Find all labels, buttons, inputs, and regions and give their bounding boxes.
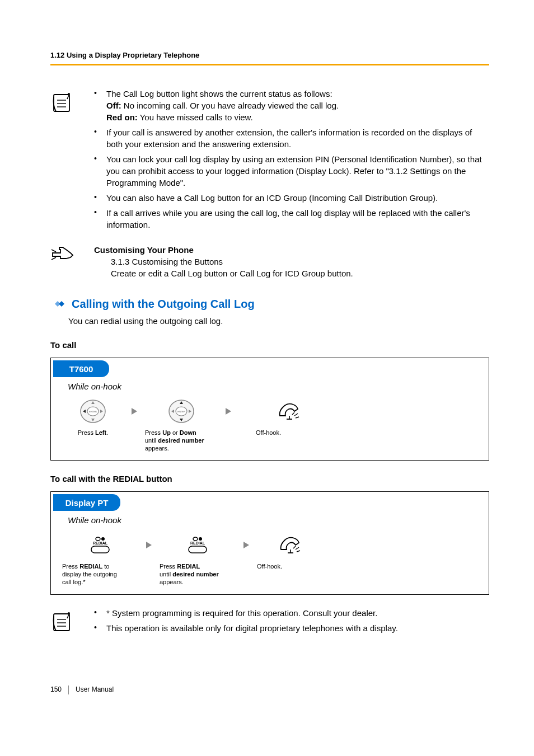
note-item: If a call arrives while you are using th… [90, 207, 489, 231]
step-text: display the outgoing [62, 571, 117, 577]
hook-state: While on-hook [51, 377, 489, 395]
step-text: Press [160, 563, 177, 570]
tab-t7600: T7600 [53, 360, 109, 377]
note-text: If a call arrives while you are using th… [106, 208, 470, 229]
step-text: appears. [160, 579, 184, 585]
step-text: . [106, 429, 108, 436]
note-label: Off: [106, 101, 121, 110]
hook-state: While on-hook [51, 511, 489, 528]
tab-display-pt: Display PT [53, 494, 120, 511]
customise-line: Create or edit a Call Log button or Call… [94, 267, 353, 279]
note-subtext: You have missed calls to view. [138, 112, 253, 122]
step-text-bold: REDIAL [79, 563, 102, 570]
svg-rect-21 [189, 546, 207, 553]
step-text: to [102, 563, 109, 570]
step-text: Off-hook. [256, 429, 323, 437]
nav-button-icon: ENTER [167, 397, 195, 426]
step-text: until [145, 437, 158, 444]
svg-text:ENTER: ENTER [177, 410, 185, 413]
step-text: Press [62, 563, 79, 570]
heading-intro: You can redial using the outgoing call l… [68, 315, 489, 327]
step-text-bold: desired number [158, 437, 204, 444]
step-text: Press [145, 429, 162, 436]
step-text-bold: REDIAL [177, 563, 200, 570]
note-text: The Call Log button light shows the curr… [106, 89, 332, 98]
arrow-icon [222, 397, 235, 426]
notes-block: The Call Log button light shows the curr… [50, 88, 489, 234]
procedure-box-2: Display PT While on-hook REDIAL Press RE… [50, 491, 489, 594]
notepad-icon [50, 89, 90, 116]
svg-point-4 [68, 93, 70, 95]
note-text: You can lock your call log display by us… [106, 154, 482, 187]
footnote-text: * System programming is required for thi… [106, 608, 377, 618]
svg-text:REDIAL: REDIAL [93, 541, 108, 545]
step-text: until [160, 571, 172, 577]
offhook-handset-icon [275, 397, 303, 426]
offhook-handset-icon [277, 530, 305, 560]
section-header: 1.12 Using a Display Proprietary Telepho… [50, 50, 489, 65]
svg-rect-22 [54, 614, 69, 631]
footnotes-block: * System programming is required for thi… [50, 607, 489, 637]
step-text-bold: desired number [172, 571, 219, 577]
svg-rect-0 [54, 95, 69, 111]
footnote-item: This operation is available only for dig… [90, 622, 489, 634]
arrow-icon [240, 530, 252, 560]
note-item: You can also have a Call Log button for … [90, 192, 489, 204]
step-text-bold: Left [95, 429, 106, 436]
page-footer: 150 User Manual [50, 685, 114, 694]
hand-pointer-icon [50, 245, 94, 262]
diamonds-icon [50, 299, 67, 309]
heading-row: Calling with the Outgoing Call Log [50, 296, 489, 312]
svg-rect-17 [91, 546, 109, 553]
note-item: The Call Log button light shows the curr… [90, 88, 489, 123]
note-item: If your call is answered by another exte… [90, 126, 489, 150]
svg-line-6 [51, 250, 56, 252]
step-text: Off-hook. [257, 563, 324, 571]
note-item: You can lock your call log display by us… [90, 153, 489, 189]
procedure-box-1: T7600 While on-hook ENTER Press Lef [50, 358, 489, 461]
step-text: call log.* [62, 579, 86, 585]
svg-point-19 [199, 537, 202, 541]
page-number: 150 [50, 685, 62, 694]
step-text-bold: Down [180, 429, 196, 436]
subhead-to-call: To call [50, 339, 489, 351]
customise-block: Customising Your Phone 3.1.3 Customising… [50, 244, 489, 279]
heading-title: Calling with the Outgoing Call Log [72, 296, 255, 312]
svg-line-7 [51, 257, 56, 260]
step-text: or [171, 429, 180, 436]
note-label: Red on: [106, 112, 138, 122]
redial-button-icon: REDIAL [182, 530, 213, 560]
nav-button-icon: ENTER [79, 397, 107, 426]
footnote-item: * System programming is required for thi… [90, 607, 489, 619]
svg-text:REDIAL: REDIAL [190, 541, 205, 545]
notepad-icon [50, 608, 90, 635]
svg-text:ENTER: ENTER [89, 410, 97, 413]
note-subtext: No incoming call. Or you have already vi… [121, 101, 339, 110]
arrow-icon [143, 530, 155, 560]
note-text: If your call is answered by another exte… [106, 128, 472, 149]
customise-line: 3.1.3 Customising the Buttons [94, 256, 353, 267]
svg-point-18 [193, 537, 198, 541]
customise-title: Customising Your Phone [94, 244, 353, 256]
redial-button-icon: REDIAL [85, 530, 116, 560]
step-text: Press [78, 429, 95, 436]
arrow-icon [128, 397, 140, 426]
note-text: You can also have a Call Log button for … [106, 193, 438, 203]
subhead-redial: To call with the REDIAL button [50, 473, 489, 485]
step-text: appears. [145, 445, 169, 452]
svg-point-14 [96, 537, 100, 541]
footer-separator [68, 685, 69, 694]
svg-point-26 [68, 612, 70, 614]
step-text-bold: Up [162, 429, 171, 436]
footnote-text: This operation is available only for dig… [106, 623, 398, 633]
svg-point-15 [101, 537, 105, 541]
footer-label: User Manual [76, 685, 114, 694]
